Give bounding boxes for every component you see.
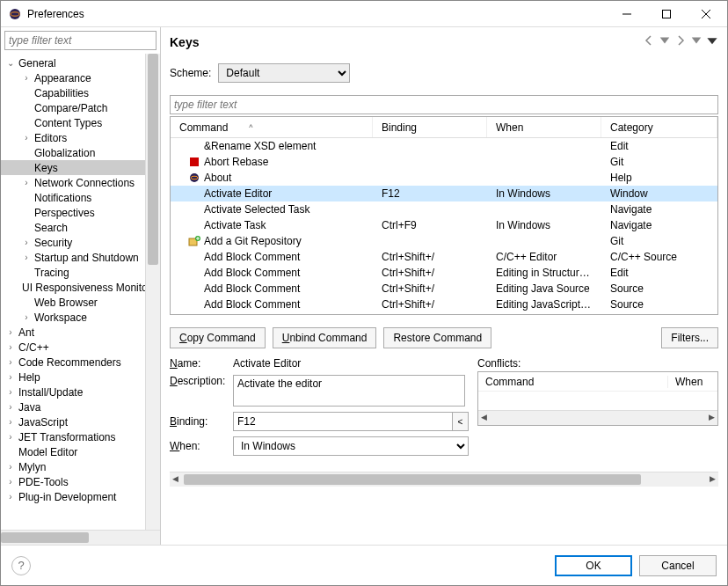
tree-item[interactable]: ›Mylyn xyxy=(1,459,145,474)
tree-item[interactable]: Search xyxy=(1,220,145,235)
table-row[interactable]: Add Block CommentCtrl+Shift+/Editing in … xyxy=(171,265,717,281)
tree-item[interactable]: Content Types xyxy=(1,115,145,130)
tree-item[interactable]: UI Responsiveness Monitoring xyxy=(1,280,145,295)
column-header-when[interactable]: When xyxy=(487,117,601,137)
nav-back-menu-icon[interactable] xyxy=(659,34,671,49)
chevron-right-icon[interactable]: › xyxy=(4,372,17,382)
preferences-tree[interactable]: ⌄General›AppearanceCapabilitiesCompare/P… xyxy=(1,54,145,530)
view-menu-icon[interactable] xyxy=(706,34,718,49)
table-row[interactable]: Add Block CommentCtrl+Shift+/C/C++ Edito… xyxy=(171,249,717,265)
binding-history-button[interactable]: < xyxy=(453,412,469,431)
nav-back-icon[interactable] xyxy=(643,34,655,49)
blank-icon xyxy=(188,203,200,216)
table-row[interactable]: Activate Selected TaskNavigate xyxy=(171,201,717,217)
tree-item[interactable]: ›PDE-Tools xyxy=(1,474,145,489)
chevron-right-icon[interactable]: › xyxy=(4,387,17,397)
tree-item[interactable]: Perspectives xyxy=(1,205,145,220)
minimize-button[interactable] xyxy=(607,2,646,26)
tree-item[interactable]: ›C/C++ xyxy=(1,340,145,355)
chevron-right-icon[interactable]: › xyxy=(20,253,33,262)
chevron-right-icon[interactable]: › xyxy=(4,417,17,427)
tree-item[interactable]: Keys xyxy=(1,160,145,175)
tree-item[interactable]: Notifications xyxy=(1,190,145,205)
column-header-category[interactable]: Category xyxy=(601,117,717,137)
tree-item[interactable]: ›Appearance xyxy=(1,70,145,85)
tree-item[interactable]: ›Startup and Shutdown xyxy=(1,250,145,265)
blank-icon xyxy=(188,219,200,231)
chevron-right-icon[interactable]: › xyxy=(4,477,17,487)
sort-ascending-icon: ^ xyxy=(249,123,252,132)
binding-input[interactable] xyxy=(233,412,453,431)
table-row[interactable]: Add a Git RepositoryGit xyxy=(171,233,717,249)
tree-item[interactable]: ›JET Transformations xyxy=(1,429,145,444)
blank-icon xyxy=(188,298,200,311)
conflicts-col-when[interactable]: When xyxy=(668,376,717,388)
tree-item[interactable]: Model Editor xyxy=(1,444,145,459)
description-textarea[interactable]: Activate the editor xyxy=(233,375,465,407)
tree-item-label: Network Connections xyxy=(33,177,135,189)
tree-item[interactable]: ›Code Recommenders xyxy=(1,355,145,370)
ok-button[interactable]: OK xyxy=(555,555,632,576)
tree-item[interactable]: ›Workspace xyxy=(1,310,145,325)
table-row[interactable]: Activate EditorF12In WindowsWindow xyxy=(171,186,717,201)
column-header-binding[interactable]: Binding xyxy=(373,117,487,137)
tree-item[interactable]: ›Help xyxy=(1,370,145,385)
tree-item[interactable]: ›Install/Update xyxy=(1,385,145,399)
table-row[interactable]: AboutHelp xyxy=(171,170,717,186)
tree-horizontal-scrollbar[interactable] xyxy=(1,530,160,545)
close-button[interactable] xyxy=(686,2,725,26)
table-row[interactable]: &Rename XSD elementEdit xyxy=(171,138,717,154)
tree-item[interactable]: ›Network Connections xyxy=(1,175,145,190)
unbind-command-button[interactable]: Unbind Command xyxy=(273,327,377,348)
chevron-right-icon[interactable]: › xyxy=(20,73,33,83)
chevron-right-icon[interactable]: › xyxy=(4,492,17,502)
tree-item[interactable]: Web Browser xyxy=(1,295,145,310)
chevron-right-icon[interactable]: › xyxy=(20,238,33,247)
table-row[interactable]: Abort RebaseGit xyxy=(171,154,717,170)
help-icon[interactable]: ? xyxy=(11,556,31,575)
chevron-right-icon[interactable]: › xyxy=(4,327,17,337)
chevron-right-icon[interactable]: › xyxy=(4,462,17,472)
chevron-right-icon[interactable]: › xyxy=(4,342,17,352)
table-row[interactable]: Activate TaskCtrl+F9In WindowsNavigate xyxy=(171,217,717,233)
column-header-command[interactable]: Command^ xyxy=(171,117,373,137)
tree-item[interactable]: ›Ant xyxy=(1,325,145,340)
table-filter-input[interactable] xyxy=(170,95,718,114)
sidebar-filter-input[interactable] xyxy=(4,31,157,50)
tree-item[interactable]: ›Java xyxy=(1,399,145,414)
tree-item[interactable]: ›Editors xyxy=(1,130,145,145)
nav-forward-menu-icon[interactable] xyxy=(690,34,703,49)
tree-item[interactable]: ⌄General xyxy=(1,55,145,70)
tree-item[interactable]: ›Security xyxy=(1,235,145,250)
svg-rect-3 xyxy=(662,10,670,18)
when-select[interactable]: In Windows xyxy=(233,436,469,456)
copy-command-button[interactable]: Copy Command xyxy=(170,327,266,348)
tree-item[interactable]: ›JavaScript xyxy=(1,414,145,429)
nav-forward-icon[interactable] xyxy=(674,34,687,49)
main-horizontal-scrollbar[interactable]: ◀▶ xyxy=(170,472,718,487)
tree-vertical-scrollbar[interactable] xyxy=(145,54,160,530)
table-row[interactable]: Add Block CommentCtrl+Shift+/Editing Jav… xyxy=(171,297,717,312)
chevron-right-icon[interactable]: › xyxy=(20,133,33,143)
tree-item[interactable]: Globalization xyxy=(1,145,145,160)
tree-item[interactable]: Capabilities xyxy=(1,85,145,100)
cell-command: Add Block Comment xyxy=(204,282,300,295)
table-row[interactable]: Add BookmarkEdit xyxy=(171,312,717,314)
chevron-right-icon[interactable]: › xyxy=(20,178,33,187)
tree-item[interactable]: Tracing xyxy=(1,265,145,280)
restore-command-button[interactable]: Restore Command xyxy=(383,327,491,348)
chevron-right-icon[interactable]: › xyxy=(20,312,33,322)
chevron-right-icon[interactable]: › xyxy=(4,402,17,412)
conflicts-horizontal-scrollbar[interactable]: ◀▶ xyxy=(478,410,717,425)
maximize-button[interactable] xyxy=(646,2,686,26)
scheme-select[interactable]: Default xyxy=(218,63,350,83)
chevron-right-icon[interactable]: › xyxy=(4,432,17,442)
chevron-right-icon[interactable]: › xyxy=(4,357,17,367)
chevron-down-icon[interactable]: ⌄ xyxy=(4,58,17,68)
tree-item[interactable]: ›Plug-in Development xyxy=(1,489,145,504)
cancel-button[interactable]: Cancel xyxy=(639,555,717,576)
conflicts-col-command[interactable]: Command xyxy=(478,376,668,388)
tree-item[interactable]: Compare/Patch xyxy=(1,100,145,115)
table-row[interactable]: Add Block CommentCtrl+Shift+/Editing Jav… xyxy=(171,281,717,297)
filters-button[interactable]: Filters... xyxy=(661,327,718,348)
